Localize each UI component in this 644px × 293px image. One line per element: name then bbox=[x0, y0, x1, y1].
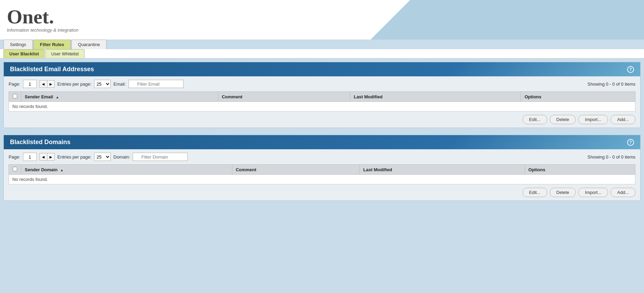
entries-label-1: Entries per page: bbox=[57, 82, 91, 87]
page-input-1[interactable] bbox=[23, 80, 37, 88]
import-btn-1[interactable]: Import... bbox=[578, 115, 608, 124]
showing-text-2: Showing 0 - 0 of 0 items bbox=[588, 154, 635, 160]
col-check-1 bbox=[9, 92, 21, 102]
next-page-btn-2[interactable]: ▶ bbox=[47, 153, 55, 161]
tagline: Information technology & integration bbox=[7, 28, 78, 33]
prev-page-btn-1[interactable]: ◀ bbox=[40, 80, 47, 88]
nav-buttons-2: ◀ ▶ bbox=[40, 153, 55, 161]
prev-page-btn-2[interactable]: ◀ bbox=[40, 153, 47, 161]
email-filter-input[interactable] bbox=[129, 80, 184, 88]
table-header-row-2: Sender Domain ▲ Comment Last Modified Op… bbox=[9, 165, 635, 175]
blacklisted-emails-toolbar: Page: ◀ ▶ Entries per page: 25 50 100 Em… bbox=[4, 76, 640, 91]
blacklisted-domains-table-wrapper: Sender Domain ▲ Comment Last Modified Op… bbox=[4, 164, 640, 184]
col-comment-2: Comment bbox=[232, 165, 359, 175]
tab-filter-rules[interactable]: Filter Rules bbox=[33, 40, 71, 49]
edit-btn-2[interactable]: Edit... bbox=[523, 188, 547, 197]
blacklisted-emails-table-wrapper: Sender Email ▲ Comment Last Modified Opt… bbox=[4, 91, 640, 111]
edit-btn-1[interactable]: Edit... bbox=[523, 115, 547, 124]
showing-text-1: Showing 0 - 0 of 0 items bbox=[588, 82, 635, 87]
logo: Onet. bbox=[7, 7, 78, 27]
col-last-modified-1: Last Modified bbox=[350, 92, 521, 102]
tab-settings[interactable]: Settings bbox=[3, 40, 33, 49]
no-records-row-2: No records found. bbox=[9, 175, 635, 184]
domain-filter-input[interactable] bbox=[133, 153, 188, 161]
col-options-1: Options bbox=[521, 92, 635, 102]
next-page-btn-1[interactable]: ▶ bbox=[47, 80, 55, 88]
tab-quarantine[interactable]: Quarantine bbox=[71, 40, 107, 49]
blacklisted-emails-table: Sender Email ▲ Comment Last Modified Opt… bbox=[9, 91, 635, 111]
no-records-cell-2: No records found. bbox=[9, 175, 635, 184]
delete-btn-2[interactable]: Delete bbox=[550, 188, 576, 197]
blacklisted-domains-help-icon[interactable]: ? bbox=[627, 139, 634, 146]
page-input-2[interactable] bbox=[23, 153, 37, 161]
col-last-modified-2: Last Modified bbox=[360, 165, 525, 175]
add-btn-1[interactable]: Add... bbox=[611, 115, 635, 124]
col-sender-email[interactable]: Sender Email ▲ bbox=[21, 92, 218, 102]
page-label-2: Page: bbox=[9, 154, 20, 160]
secondary-tabs: User Blacklist User Whitelist bbox=[0, 49, 644, 58]
filter-label-1: Email: bbox=[113, 82, 126, 87]
col-sender-domain[interactable]: Sender Domain ▲ bbox=[21, 165, 232, 175]
filter-label-2: Domain: bbox=[113, 154, 130, 160]
tab-user-whitelist[interactable]: User Whitelist bbox=[45, 49, 85, 58]
tab-user-blacklist[interactable]: User Blacklist bbox=[3, 49, 45, 58]
blacklisted-emails-section: Blacklisted Email Addresses ? Page: ◀ ▶ … bbox=[3, 62, 641, 128]
col-check-2 bbox=[9, 165, 21, 175]
blacklisted-domains-action-bar: Edit... Delete Import... Add... bbox=[4, 184, 640, 200]
per-page-select-2[interactable]: 25 50 100 bbox=[94, 153, 111, 161]
blacklisted-emails-title: Blacklisted Email Addresses bbox=[10, 66, 627, 73]
blacklisted-domains-title: Blacklisted Domains bbox=[10, 139, 627, 146]
main-content: Blacklisted Email Addresses ? Page: ◀ ▶ … bbox=[0, 58, 644, 211]
filter-wrapper-2: 🔍 bbox=[133, 153, 188, 161]
sort-arrow-email: ▲ bbox=[56, 95, 59, 99]
select-all-checkbox-1[interactable] bbox=[13, 94, 17, 98]
blacklisted-emails-action-bar: Edit... Delete Import... Add... bbox=[4, 111, 640, 128]
nav-buttons-1: ◀ ▶ bbox=[40, 80, 55, 88]
blacklisted-domains-table: Sender Domain ▲ Comment Last Modified Op… bbox=[9, 164, 635, 184]
blacklisted-emails-help-icon[interactable]: ? bbox=[627, 66, 634, 73]
blacklisted-domains-section: Blacklisted Domains ? Page: ◀ ▶ Entries … bbox=[3, 135, 641, 201]
import-btn-2[interactable]: Import... bbox=[578, 188, 608, 197]
no-records-cell-1: No records found. bbox=[9, 102, 635, 111]
select-all-checkbox-2[interactable] bbox=[13, 167, 17, 171]
blacklisted-domains-toolbar: Page: ◀ ▶ Entries per page: 25 50 100 Do… bbox=[4, 149, 640, 164]
page-label-1: Page: bbox=[9, 82, 20, 87]
delete-btn-1[interactable]: Delete bbox=[550, 115, 576, 124]
no-records-row-1: No records found. bbox=[9, 102, 635, 111]
primary-tabs: Settings Filter Rules Quarantine bbox=[0, 40, 644, 49]
filter-wrapper-1: 🔍 bbox=[129, 80, 184, 88]
entries-label-2: Entries per page: bbox=[57, 154, 91, 160]
add-btn-2[interactable]: Add... bbox=[611, 188, 635, 197]
header: Onet. Information technology & integrati… bbox=[0, 0, 644, 40]
col-comment-1: Comment bbox=[218, 92, 350, 102]
table-header-row-1: Sender Email ▲ Comment Last Modified Opt… bbox=[9, 92, 635, 102]
sort-arrow-domain: ▲ bbox=[60, 168, 64, 172]
per-page-select-1[interactable]: 25 50 100 bbox=[94, 80, 111, 88]
col-options-2: Options bbox=[525, 165, 635, 175]
